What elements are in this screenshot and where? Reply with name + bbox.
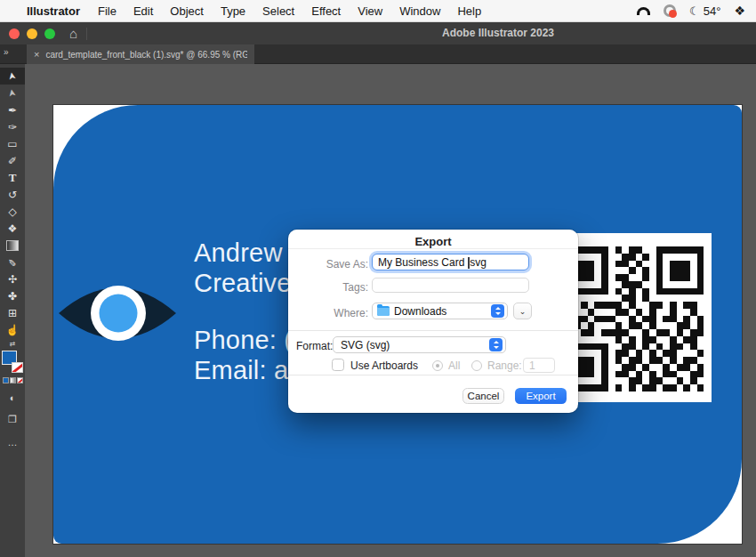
swap-fill-stroke-icon[interactable]: ⇄ xyxy=(0,340,25,348)
format-value: SVG (svg) xyxy=(341,339,489,351)
none-button[interactable] xyxy=(17,377,23,383)
dropbox-icon[interactable]: ❖ xyxy=(734,4,745,18)
color-button[interactable] xyxy=(3,377,9,383)
menu-items: FileEditObjectTypeSelectEffectViewWindow… xyxy=(98,4,481,18)
document-tab-bar: » × card_template_front_black (1).svg* @… xyxy=(0,44,756,64)
export-dialog: Export Save As: My Business Card svg Tag… xyxy=(288,230,578,413)
macos-menu-bar: Illustrator FileEditObjectTypeSelectEffe… xyxy=(0,0,756,22)
selection-tool[interactable]: ➤ xyxy=(0,68,25,85)
where-label: Where: xyxy=(290,307,368,319)
where-dropdown[interactable]: Downloads xyxy=(372,303,508,319)
notification-app-icon[interactable] xyxy=(664,4,676,17)
pen-tool[interactable]: ✒ xyxy=(0,101,25,118)
eyedropper-tool[interactable]: ✎ xyxy=(0,254,25,270)
dialog-divider-2 xyxy=(288,375,578,375)
filename-text-after-cursor: svg xyxy=(470,256,487,269)
menu-type[interactable]: Type xyxy=(221,4,245,18)
filename-input[interactable]: My Business Card svg xyxy=(372,254,529,270)
tab-close-icon[interactable]: × xyxy=(34,49,39,60)
menu-object[interactable]: Object xyxy=(170,4,204,18)
fill-stroke-indicator[interactable] xyxy=(2,351,23,373)
eye-logo[interactable] xyxy=(55,271,180,355)
menu-select[interactable]: Select xyxy=(262,4,294,18)
menu-window[interactable]: Window xyxy=(399,4,440,18)
save-as-label: Save As: xyxy=(290,258,368,270)
range-label: Range: xyxy=(487,359,522,372)
moon-icon: ☾ xyxy=(689,4,700,18)
use-artboards-label: Use Artboards xyxy=(350,359,418,372)
tab-label: card_template_front_black (1).svg* @ 66.… xyxy=(45,50,247,60)
paintbrush-tool[interactable]: ✐ xyxy=(0,152,25,169)
draw-mode-icon[interactable]: ◐ xyxy=(0,389,25,406)
symbol-sprayer-tool[interactable]: ✤ xyxy=(0,287,25,304)
qr-code-panel[interactable] xyxy=(559,233,712,402)
format-label: Format: xyxy=(296,340,333,352)
illustrator-screen: Illustrator FileEditObjectTypeSelectEffe… xyxy=(0,0,756,557)
rotate-tool[interactable]: ↺ xyxy=(0,186,25,203)
gradient-button[interactable] xyxy=(10,377,16,383)
tools-panel: ➤➤✒✑▭✐T↺◇❖✎✣✤⊞☝ ⇄ ◐ ❐ … xyxy=(0,64,25,557)
use-artboards-checkbox[interactable] xyxy=(332,359,344,371)
all-radio[interactable] xyxy=(432,360,443,371)
toolbar-overflow-icon[interactable]: » xyxy=(4,47,9,57)
window-zoom-button[interactable] xyxy=(44,28,55,39)
screen-mode-icon[interactable]: ❐ xyxy=(0,411,25,428)
export-button[interactable]: Export xyxy=(515,388,567,404)
shape-builder-tool[interactable]: ❖ xyxy=(0,220,25,237)
twirl-tool[interactable]: ✣ xyxy=(0,270,25,287)
document-tab[interactable]: × card_template_front_black (1).svg* @ 6… xyxy=(27,44,254,64)
artboard-tool[interactable]: ⊞ xyxy=(0,304,25,321)
hand-tool[interactable]: ☝ xyxy=(0,321,25,338)
rectangle-tool[interactable]: ▭ xyxy=(0,135,25,152)
downloads-folder-icon xyxy=(377,306,390,316)
titlebar-divider xyxy=(86,28,87,40)
format-stepper-icon[interactable] xyxy=(489,338,503,351)
direct-selection-tool[interactable]: ➤ xyxy=(0,85,25,101)
cancel-button[interactable]: Cancel xyxy=(462,388,504,404)
expand-sheet-button[interactable]: ⌄ xyxy=(513,303,532,319)
range-input[interactable]: 1 xyxy=(523,358,555,373)
arc-browser-icon[interactable] xyxy=(637,7,650,15)
dialog-title: Export xyxy=(288,235,578,248)
type-tool[interactable]: T xyxy=(0,169,25,186)
menu-edit[interactable]: Edit xyxy=(133,4,153,18)
window-title-bar: ⌂ Adobe Illustrator 2023 xyxy=(0,22,756,44)
menu-file[interactable]: File xyxy=(98,4,117,18)
window-close-button[interactable] xyxy=(9,28,20,39)
curvature-tool[interactable]: ✑ xyxy=(0,118,25,135)
color-mode-bar xyxy=(3,377,23,383)
window-minimize-button[interactable] xyxy=(27,28,37,39)
where-stepper-icon[interactable] xyxy=(491,304,504,318)
tags-label: Tags: xyxy=(290,281,368,294)
temperature-label: 54° xyxy=(704,4,721,18)
gradient-tool[interactable] xyxy=(0,237,25,254)
window-title: Adobe Illustrator 2023 xyxy=(382,22,614,44)
qr-code xyxy=(560,246,704,392)
dialog-header-divider xyxy=(288,248,578,249)
home-icon[interactable]: ⌂ xyxy=(69,26,77,41)
app-menu-illustrator[interactable]: Illustrator xyxy=(27,4,80,18)
filename-text-before-cursor: My Business Card xyxy=(378,256,468,269)
menu-bar-status: ☾ 54° ❖ xyxy=(637,4,745,18)
weather-widget[interactable]: ☾ 54° xyxy=(689,4,720,18)
menu-effect[interactable]: Effect xyxy=(311,4,341,18)
menu-help[interactable]: Help xyxy=(457,4,481,18)
eraser-tool[interactable]: ◇ xyxy=(0,203,25,220)
menu-view[interactable]: View xyxy=(358,4,382,18)
stroke-none-chip[interactable] xyxy=(12,362,23,373)
range-radio[interactable] xyxy=(471,360,482,371)
where-value: Downloads xyxy=(394,305,487,318)
more-tools-icon[interactable]: … xyxy=(0,433,25,450)
all-label: All xyxy=(448,359,460,372)
tags-input[interactable] xyxy=(372,278,529,293)
format-dropdown[interactable]: SVG (svg) xyxy=(333,336,506,353)
dialog-divider-1 xyxy=(288,330,578,331)
